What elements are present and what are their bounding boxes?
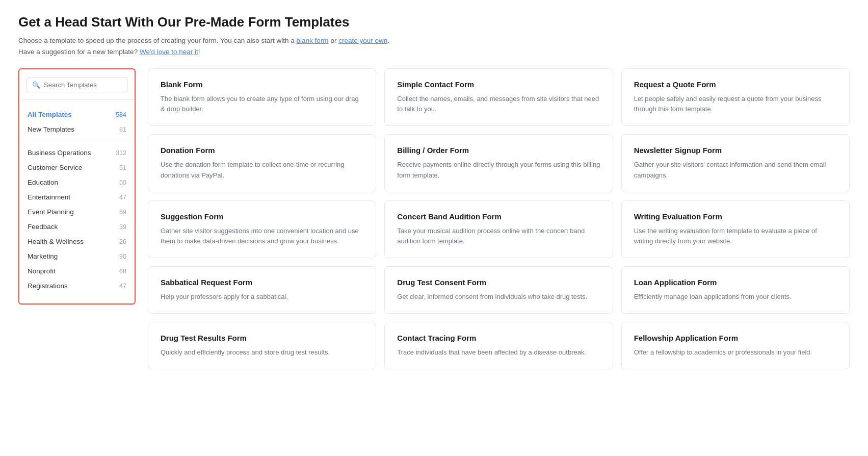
template-card-desc: Get clear, informed consent from individ… [397,292,600,302]
template-card[interactable]: Blank Form The blank form allows you to … [148,68,376,126]
template-card-title: Request a Quote Form [634,80,837,89]
sidebar-item-new-templates-label: New Templates [28,125,119,133]
template-card-desc: The blank form allows you to create any … [161,94,363,114]
sidebar-item-bo-count: 312 [116,149,126,157]
sidebar-item-mkt-count: 90 [119,253,126,260]
sidebar-item-customer-service[interactable]: Customer Service 51 [19,160,135,175]
sidebar-item-registrations[interactable]: Registrations 47 [19,278,135,293]
page-subtitle: Choose a template to speed up the proces… [18,35,850,57]
sidebar-item-fb-count: 39 [119,223,126,231]
sidebar-divider [19,141,135,141]
sidebar: 🔍 All Templates 584 New Templates 81 [18,68,136,305]
sidebar-item-cs-count: 51 [119,164,126,171]
template-card-desc: Use the donation form template to collec… [161,160,363,180]
sidebar-item-cs-label: Customer Service [28,164,119,171]
sidebar-item-all-templates-label: All Templates [28,111,116,118]
sidebar-item-edu-count: 50 [119,179,126,186]
sidebar-item-hw-label: Health & Wellness [28,238,119,245]
sidebar-item-entertainment[interactable]: Entertainment 47 [19,190,135,205]
template-card[interactable]: Fellowship Application Form Offer a fell… [621,322,850,369]
blank-form-link[interactable]: blank form [297,37,329,44]
sidebar-item-reg-count: 47 [119,283,126,290]
template-card-desc: Help your professors apply for a sabbati… [161,292,363,302]
template-card[interactable]: Donation Form Use the donation form temp… [148,134,376,192]
template-card-desc: Collect the names, emails, and messages … [397,94,600,114]
sidebar-item-ent-count: 47 [119,194,126,201]
template-card-desc: Offer a fellowship to academics or profe… [634,347,837,358]
template-card[interactable]: Billing / Order Form Receive payments on… [384,134,613,192]
template-card[interactable]: Drug Test Consent Form Get clear, inform… [384,266,613,314]
template-card[interactable]: Newsletter Signup Form Gather your site … [621,134,850,192]
sidebar-item-np-label: Nonprofit [28,267,119,275]
template-card[interactable]: Request a Quote Form Let people safely a… [621,68,850,126]
templates-grid: Blank Form The blank form allows you to … [148,68,850,369]
sidebar-item-new-templates-count: 81 [119,126,126,133]
template-card-desc: Gather site visitor suggestions into one… [161,226,363,246]
template-card-title: Billing / Order Form [397,146,600,155]
sidebar-categories: Business Operations 312 Customer Service… [19,145,135,293]
template-card-title: Concert Band Audition Form [397,212,600,221]
template-card-title: Blank Form [161,80,363,89]
template-card-desc: Receive payments online directly through… [397,160,600,180]
template-card[interactable]: Concert Band Audition Form Take your mus… [384,200,613,258]
sidebar-item-business-operations[interactable]: Business Operations 312 [19,145,135,160]
subtitle-text-2: or [330,37,336,44]
template-card-desc: Efficiently manage loan applications fro… [634,292,837,302]
template-card-desc: Let people safely and easily request a q… [634,94,837,114]
sidebar-item-marketing[interactable]: Marketing 90 [19,249,135,264]
sidebar-item-ent-label: Entertainment [28,193,119,201]
search-input-container[interactable]: 🔍 [27,78,127,92]
suggestion-link[interactable]: We'd love to hear it [140,48,198,56]
sidebar-item-edu-label: Education [28,179,119,186]
subtitle-exclaim: ! [198,48,200,56]
template-card-title: Suggestion Form [161,212,363,221]
sidebar-item-reg-label: Registrations [28,282,119,290]
template-card[interactable]: Simple Contact Form Collect the names, e… [384,68,613,126]
template-card-title: Writing Evaluation Form [634,212,837,221]
template-card-title: Contact Tracing Form [397,334,600,342]
create-your-own-link[interactable]: create your own [338,37,387,44]
template-card[interactable]: Suggestion Form Gather site visitor sugg… [148,200,376,258]
sidebar-item-new-templates[interactable]: New Templates 81 [19,122,135,137]
template-card-desc: Use the writing evaluation form template… [634,226,837,246]
template-card[interactable]: Writing Evaluation Form Use the writing … [621,200,850,258]
template-card-title: Loan Application Form [634,278,837,287]
search-wrapper: 🔍 [19,78,135,100]
template-card-desc: Take your musical audition process onlin… [397,226,600,246]
template-card-title: Drug Test Results Form [161,334,363,342]
sidebar-item-ep-count: 69 [119,209,126,216]
page-container: Get a Head Start With Our Pre-Made Form … [0,0,868,384]
template-card-title: Sabbatical Request Form [161,278,363,287]
template-card[interactable]: Loan Application Form Efficiently manage… [621,266,850,314]
search-icon: 🔍 [32,81,40,89]
subtitle-text-1: Choose a template to speed up the proces… [18,37,295,44]
sidebar-item-health-wellness[interactable]: Health & Wellness 26 [19,234,135,249]
template-card[interactable]: Sabbatical Request Form Help your profes… [148,266,376,314]
template-card-desc: Quickly and efficiently process and stor… [161,347,363,358]
template-card[interactable]: Drug Test Results Form Quickly and effic… [148,322,376,369]
template-card-desc: Trace individuals that have been affecte… [397,347,600,358]
template-card-title: Fellowship Application Form [634,334,837,342]
sidebar-item-all-templates-count: 584 [116,111,126,118]
template-card-title: Newsletter Signup Form [634,146,837,155]
subtitle-period: . [387,37,389,44]
sidebar-item-event-planning[interactable]: Event Planning 69 [19,205,135,219]
sidebar-item-fb-label: Feedback [28,223,119,231]
sidebar-nav: All Templates 584 New Templates 81 Busin… [19,105,135,295]
template-card-title: Donation Form [161,146,363,155]
sidebar-item-bo-label: Business Operations [28,149,116,157]
sidebar-item-nonprofit[interactable]: Nonprofit 68 [19,264,135,278]
template-card-desc: Gather your site visitors' contact infor… [634,160,837,180]
sidebar-item-feedback[interactable]: Feedback 39 [19,219,135,234]
sidebar-item-hw-count: 26 [119,238,126,245]
sidebar-item-education[interactable]: Education 50 [19,175,135,190]
sidebar-item-all-templates[interactable]: All Templates 584 [19,107,135,122]
template-card[interactable]: Contact Tracing Form Trace individuals t… [384,322,613,369]
template-card-title: Simple Contact Form [397,80,600,89]
search-input[interactable] [44,81,122,89]
subtitle-text-3: Have a suggestion for a new template? [18,48,138,56]
main-layout: 🔍 All Templates 584 New Templates 81 [18,68,850,369]
sidebar-item-ep-label: Event Planning [28,208,119,216]
template-card-title: Drug Test Consent Form [397,278,600,287]
sidebar-item-np-count: 68 [119,268,126,275]
